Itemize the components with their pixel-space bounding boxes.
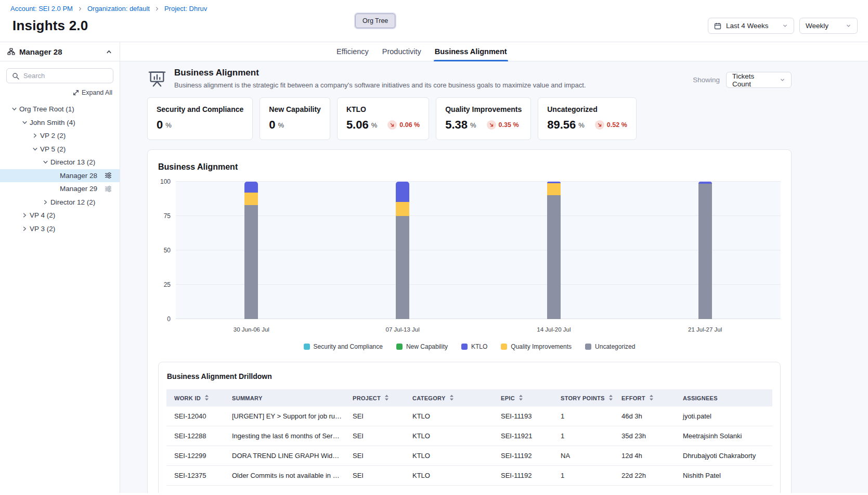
- tree-item[interactable]: VP 5 (2): [0, 143, 120, 156]
- bar-segment-uncategorized[interactable]: [244, 205, 258, 319]
- column-header-story-points[interactable]: STORY POINTS: [555, 389, 616, 407]
- table-row[interactable]: SEI-12299DORA TREND LINE GRAPH Widgets i…: [166, 446, 772, 466]
- chevron-down-icon[interactable]: [21, 119, 28, 126]
- sort-icon[interactable]: [519, 395, 523, 401]
- column-header-epic[interactable]: EPIC: [496, 389, 555, 407]
- metric-card-value: 5.06: [346, 118, 369, 132]
- sort-icon[interactable]: [608, 395, 613, 401]
- sort-icon[interactable]: [384, 395, 389, 401]
- table-header-row: WORK IDSUMMARYPROJECTCATEGORYEPICSTORY P…: [166, 389, 772, 407]
- tree-item[interactable]: Org Tree Root (1): [0, 103, 120, 116]
- expand-all-button[interactable]: Expand All: [0, 83, 120, 100]
- bar-segment-ktlo[interactable]: [396, 182, 409, 202]
- tree-item[interactable]: Manager 29: [0, 182, 120, 196]
- table-cell: SEI-12299: [166, 446, 227, 466]
- bar-segment-quality-improvements[interactable]: [396, 202, 409, 216]
- tree-item[interactable]: Manager 28: [0, 169, 120, 183]
- tree-item[interactable]: VP 3 (2): [0, 222, 120, 236]
- bar-segment-quality-improvements[interactable]: [547, 183, 561, 195]
- chevron-right-icon[interactable]: [31, 132, 38, 139]
- table-cell: DORA TREND LINE GRAPH Widgets is n...: [227, 446, 347, 466]
- column-header-effort[interactable]: EFFORT: [616, 389, 678, 407]
- tree-item[interactable]: VP 2 (2): [0, 129, 120, 143]
- metric-card: Security and Compliance0%: [147, 97, 253, 140]
- sort-icon[interactable]: [449, 395, 454, 401]
- metric-delta-value: 0.06 %: [399, 121, 420, 129]
- legend-item[interactable]: Uncategorized: [585, 343, 635, 350]
- legend-item[interactable]: Security and Compliance: [304, 343, 383, 350]
- tab-efficiency[interactable]: Efficiency: [335, 42, 370, 61]
- breadcrumb-link[interactable]: Project: Dhruv: [164, 5, 207, 12]
- tree-item[interactable]: John Smith (4): [0, 116, 120, 130]
- column-header-project[interactable]: PROJECT: [347, 389, 407, 407]
- metric-cards: Security and Compliance0%New Capability0…: [147, 97, 792, 140]
- y-tick-label: 50: [164, 247, 171, 254]
- table-cell: 1: [555, 426, 616, 446]
- table-row[interactable]: SEI-12305EY > Verify if ingestion is wor…: [166, 486, 772, 493]
- bar-segment-ktlo[interactable]: [547, 182, 561, 183]
- table-cell: SEI: [347, 446, 407, 466]
- table-row[interactable]: SEI-12288Ingesting the last 6 months of …: [166, 426, 772, 446]
- column-header-label: STORY POINTS: [561, 395, 605, 401]
- tree-item[interactable]: VP 4 (2): [0, 209, 120, 222]
- date-range-value: Last 4 Weeks: [726, 22, 769, 30]
- chevron-right-icon[interactable]: [21, 225, 28, 232]
- tree-item-label: Org Tree Root (1): [19, 105, 74, 113]
- legend-label: KTLO: [471, 343, 487, 350]
- tree-item[interactable]: Director 13 (2): [0, 156, 120, 169]
- sort-icon[interactable]: [204, 395, 209, 401]
- sort-icon[interactable]: [649, 395, 654, 401]
- metric-delta-badge: 0.52 %: [595, 120, 627, 130]
- metric-card-value-row: 89.56%0.52 %: [547, 118, 627, 132]
- table-cell: [URGENT] EY > Support for job run par...: [227, 407, 347, 426]
- tree-item[interactable]: Director 12 (2): [0, 196, 120, 209]
- legend-item[interactable]: Quality Improvements: [501, 343, 572, 350]
- collapse-sidebar-icon[interactable]: [106, 48, 112, 55]
- table-head: WORK IDSUMMARYPROJECTCATEGORYEPICSTORY P…: [166, 389, 772, 407]
- bar-segment-uncategorized[interactable]: [698, 184, 712, 319]
- search-input[interactable]: Search: [6, 68, 113, 83]
- body: Manager 28 Search Expand All Org Tree Ro…: [0, 42, 868, 493]
- filters-icon[interactable]: [105, 172, 112, 179]
- table-row[interactable]: SEI-12375Older Commits is not available …: [166, 466, 772, 486]
- org-tree: Org Tree Root (1)John Smith (4)VP 2 (2)V…: [0, 103, 120, 235]
- legend-item[interactable]: KTLO: [461, 343, 487, 350]
- breadcrumb-separator-icon: [154, 6, 160, 11]
- table-row[interactable]: SEI-12040[URGENT] EY > Support for job r…: [166, 407, 772, 426]
- column-header-assignees: ASSIGNEES: [678, 389, 772, 407]
- granularity-select[interactable]: Weekly: [799, 18, 858, 34]
- column-header-category[interactable]: CATEGORY: [407, 389, 496, 407]
- filters-icon[interactable]: [105, 185, 112, 193]
- showing-select[interactable]: Tickets Count: [726, 72, 792, 88]
- expand-all-label: Expand All: [82, 89, 112, 96]
- tab-productivity[interactable]: Productivity: [381, 42, 422, 61]
- trend-down-arrow-icon: [487, 120, 496, 130]
- chevron-right-icon[interactable]: [21, 212, 28, 219]
- bar-segment-uncategorized[interactable]: [547, 195, 561, 319]
- table-cell: 1: [555, 407, 616, 426]
- bar-segment-quality-improvements[interactable]: [244, 193, 258, 205]
- table-cell: 12d 4h: [616, 446, 678, 466]
- table-cell: Meetrajsinh Solanki: [678, 426, 772, 446]
- chevron-right-icon[interactable]: [42, 199, 49, 206]
- bar-segment-ktlo[interactable]: [244, 182, 258, 193]
- date-range-select[interactable]: Last 4 Weeks: [708, 18, 794, 34]
- chevron-down-icon[interactable]: [31, 146, 38, 153]
- column-header-work-id[interactable]: WORK ID: [166, 389, 227, 407]
- bar-segment-uncategorized[interactable]: [396, 216, 409, 319]
- metric-delta-badge: 0.35 %: [487, 120, 519, 130]
- search-icon: [12, 72, 19, 80]
- y-tick-label: 0: [167, 315, 171, 323]
- table-cell: 1: [555, 466, 616, 486]
- bar-segment-ktlo[interactable]: [698, 182, 712, 184]
- table-cell: 46d 3h: [616, 407, 678, 426]
- breadcrumb-link[interactable]: Organization: default: [87, 5, 150, 12]
- breadcrumb-link[interactable]: Account: SEI 2.0 PM: [10, 5, 73, 12]
- tab-business-alignment[interactable]: Business Alignment: [434, 42, 508, 61]
- legend-item[interactable]: New Capability: [396, 343, 448, 350]
- org-tree-button[interactable]: Org Tree: [355, 14, 395, 28]
- legend-swatch: [461, 344, 468, 350]
- chevron-down-icon[interactable]: [42, 159, 49, 166]
- x-tick-label: 21 Jul-27 Jul: [688, 326, 722, 333]
- chevron-down-icon[interactable]: [10, 106, 18, 112]
